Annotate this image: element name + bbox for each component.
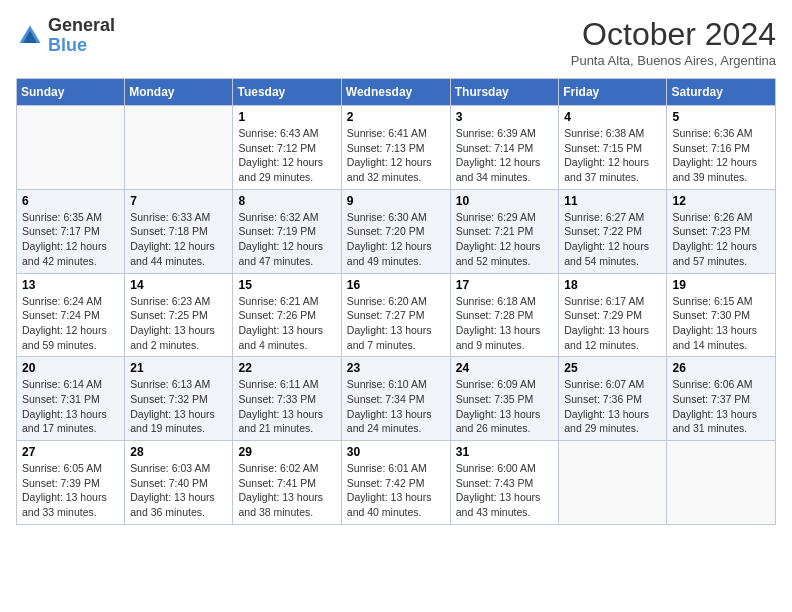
day-info: Sunrise: 6:20 AM Sunset: 7:27 PM Dayligh… <box>347 294 445 353</box>
calendar-cell: 23Sunrise: 6:10 AM Sunset: 7:34 PM Dayli… <box>341 357 450 441</box>
day-number: 26 <box>672 361 770 375</box>
day-number: 11 <box>564 194 661 208</box>
calendar-cell: 8Sunrise: 6:32 AM Sunset: 7:19 PM Daylig… <box>233 189 341 273</box>
day-info: Sunrise: 6:32 AM Sunset: 7:19 PM Dayligh… <box>238 210 335 269</box>
day-info: Sunrise: 6:33 AM Sunset: 7:18 PM Dayligh… <box>130 210 227 269</box>
day-number: 3 <box>456 110 554 124</box>
day-info: Sunrise: 6:14 AM Sunset: 7:31 PM Dayligh… <box>22 377 119 436</box>
day-info: Sunrise: 6:05 AM Sunset: 7:39 PM Dayligh… <box>22 461 119 520</box>
day-number: 22 <box>238 361 335 375</box>
calendar-cell: 7Sunrise: 6:33 AM Sunset: 7:18 PM Daylig… <box>125 189 233 273</box>
day-number: 25 <box>564 361 661 375</box>
day-number: 19 <box>672 278 770 292</box>
day-info: Sunrise: 6:36 AM Sunset: 7:16 PM Dayligh… <box>672 126 770 185</box>
day-number: 7 <box>130 194 227 208</box>
calendar-cell: 24Sunrise: 6:09 AM Sunset: 7:35 PM Dayli… <box>450 357 559 441</box>
calendar-cell: 13Sunrise: 6:24 AM Sunset: 7:24 PM Dayli… <box>17 273 125 357</box>
calendar-week-row: 6Sunrise: 6:35 AM Sunset: 7:17 PM Daylig… <box>17 189 776 273</box>
calendar-cell: 11Sunrise: 6:27 AM Sunset: 7:22 PM Dayli… <box>559 189 667 273</box>
calendar-header-saturday: Saturday <box>667 79 776 106</box>
calendar-cell: 21Sunrise: 6:13 AM Sunset: 7:32 PM Dayli… <box>125 357 233 441</box>
day-info: Sunrise: 6:10 AM Sunset: 7:34 PM Dayligh… <box>347 377 445 436</box>
calendar-cell: 5Sunrise: 6:36 AM Sunset: 7:16 PM Daylig… <box>667 106 776 190</box>
calendar-week-row: 1Sunrise: 6:43 AM Sunset: 7:12 PM Daylig… <box>17 106 776 190</box>
day-info: Sunrise: 6:03 AM Sunset: 7:40 PM Dayligh… <box>130 461 227 520</box>
day-info: Sunrise: 6:24 AM Sunset: 7:24 PM Dayligh… <box>22 294 119 353</box>
day-number: 17 <box>456 278 554 292</box>
day-number: 31 <box>456 445 554 459</box>
day-info: Sunrise: 6:18 AM Sunset: 7:28 PM Dayligh… <box>456 294 554 353</box>
calendar-cell: 14Sunrise: 6:23 AM Sunset: 7:25 PM Dayli… <box>125 273 233 357</box>
logo-blue-text: Blue <box>48 36 115 56</box>
day-number: 24 <box>456 361 554 375</box>
day-number: 20 <box>22 361 119 375</box>
calendar-week-row: 13Sunrise: 6:24 AM Sunset: 7:24 PM Dayli… <box>17 273 776 357</box>
page-header: General Blue October 2024 Punta Alta, Bu… <box>16 16 776 68</box>
day-info: Sunrise: 6:07 AM Sunset: 7:36 PM Dayligh… <box>564 377 661 436</box>
day-info: Sunrise: 6:27 AM Sunset: 7:22 PM Dayligh… <box>564 210 661 269</box>
calendar-cell <box>559 441 667 525</box>
calendar-table: SundayMondayTuesdayWednesdayThursdayFrid… <box>16 78 776 525</box>
day-info: Sunrise: 6:17 AM Sunset: 7:29 PM Dayligh… <box>564 294 661 353</box>
day-number: 29 <box>238 445 335 459</box>
calendar-cell: 4Sunrise: 6:38 AM Sunset: 7:15 PM Daylig… <box>559 106 667 190</box>
calendar-week-row: 27Sunrise: 6:05 AM Sunset: 7:39 PM Dayli… <box>17 441 776 525</box>
calendar-header-friday: Friday <box>559 79 667 106</box>
day-info: Sunrise: 6:35 AM Sunset: 7:17 PM Dayligh… <box>22 210 119 269</box>
calendar-header-wednesday: Wednesday <box>341 79 450 106</box>
day-number: 23 <box>347 361 445 375</box>
calendar-header-row: SundayMondayTuesdayWednesdayThursdayFrid… <box>17 79 776 106</box>
calendar-cell: 28Sunrise: 6:03 AM Sunset: 7:40 PM Dayli… <box>125 441 233 525</box>
calendar-cell: 22Sunrise: 6:11 AM Sunset: 7:33 PM Dayli… <box>233 357 341 441</box>
calendar-cell: 26Sunrise: 6:06 AM Sunset: 7:37 PM Dayli… <box>667 357 776 441</box>
day-number: 5 <box>672 110 770 124</box>
day-number: 2 <box>347 110 445 124</box>
day-number: 4 <box>564 110 661 124</box>
day-info: Sunrise: 6:09 AM Sunset: 7:35 PM Dayligh… <box>456 377 554 436</box>
day-number: 28 <box>130 445 227 459</box>
calendar-cell: 9Sunrise: 6:30 AM Sunset: 7:20 PM Daylig… <box>341 189 450 273</box>
day-info: Sunrise: 6:21 AM Sunset: 7:26 PM Dayligh… <box>238 294 335 353</box>
day-number: 13 <box>22 278 119 292</box>
calendar-week-row: 20Sunrise: 6:14 AM Sunset: 7:31 PM Dayli… <box>17 357 776 441</box>
calendar-cell: 30Sunrise: 6:01 AM Sunset: 7:42 PM Dayli… <box>341 441 450 525</box>
day-number: 12 <box>672 194 770 208</box>
day-info: Sunrise: 6:39 AM Sunset: 7:14 PM Dayligh… <box>456 126 554 185</box>
day-number: 27 <box>22 445 119 459</box>
calendar-cell: 17Sunrise: 6:18 AM Sunset: 7:28 PM Dayli… <box>450 273 559 357</box>
day-info: Sunrise: 6:13 AM Sunset: 7:32 PM Dayligh… <box>130 377 227 436</box>
logo-icon <box>16 22 44 50</box>
calendar-cell: 2Sunrise: 6:41 AM Sunset: 7:13 PM Daylig… <box>341 106 450 190</box>
logo: General Blue <box>16 16 115 56</box>
calendar-cell: 19Sunrise: 6:15 AM Sunset: 7:30 PM Dayli… <box>667 273 776 357</box>
day-number: 8 <box>238 194 335 208</box>
title-block: October 2024 Punta Alta, Buenos Aires, A… <box>571 16 776 68</box>
calendar-cell <box>667 441 776 525</box>
calendar-cell: 27Sunrise: 6:05 AM Sunset: 7:39 PM Dayli… <box>17 441 125 525</box>
day-info: Sunrise: 6:29 AM Sunset: 7:21 PM Dayligh… <box>456 210 554 269</box>
day-number: 30 <box>347 445 445 459</box>
day-info: Sunrise: 6:41 AM Sunset: 7:13 PM Dayligh… <box>347 126 445 185</box>
calendar-cell <box>17 106 125 190</box>
calendar-cell: 29Sunrise: 6:02 AM Sunset: 7:41 PM Dayli… <box>233 441 341 525</box>
calendar-cell: 31Sunrise: 6:00 AM Sunset: 7:43 PM Dayli… <box>450 441 559 525</box>
day-number: 14 <box>130 278 227 292</box>
day-number: 16 <box>347 278 445 292</box>
calendar-cell: 25Sunrise: 6:07 AM Sunset: 7:36 PM Dayli… <box>559 357 667 441</box>
location-text: Punta Alta, Buenos Aires, Argentina <box>571 53 776 68</box>
day-number: 18 <box>564 278 661 292</box>
logo-text: General Blue <box>48 16 115 56</box>
calendar-header-sunday: Sunday <box>17 79 125 106</box>
calendar-cell: 10Sunrise: 6:29 AM Sunset: 7:21 PM Dayli… <box>450 189 559 273</box>
calendar-cell: 12Sunrise: 6:26 AM Sunset: 7:23 PM Dayli… <box>667 189 776 273</box>
day-number: 1 <box>238 110 335 124</box>
day-number: 21 <box>130 361 227 375</box>
day-info: Sunrise: 6:43 AM Sunset: 7:12 PM Dayligh… <box>238 126 335 185</box>
calendar-cell <box>125 106 233 190</box>
day-info: Sunrise: 6:00 AM Sunset: 7:43 PM Dayligh… <box>456 461 554 520</box>
day-number: 9 <box>347 194 445 208</box>
day-info: Sunrise: 6:30 AM Sunset: 7:20 PM Dayligh… <box>347 210 445 269</box>
logo-general-text: General <box>48 16 115 36</box>
day-info: Sunrise: 6:02 AM Sunset: 7:41 PM Dayligh… <box>238 461 335 520</box>
calendar-cell: 3Sunrise: 6:39 AM Sunset: 7:14 PM Daylig… <box>450 106 559 190</box>
